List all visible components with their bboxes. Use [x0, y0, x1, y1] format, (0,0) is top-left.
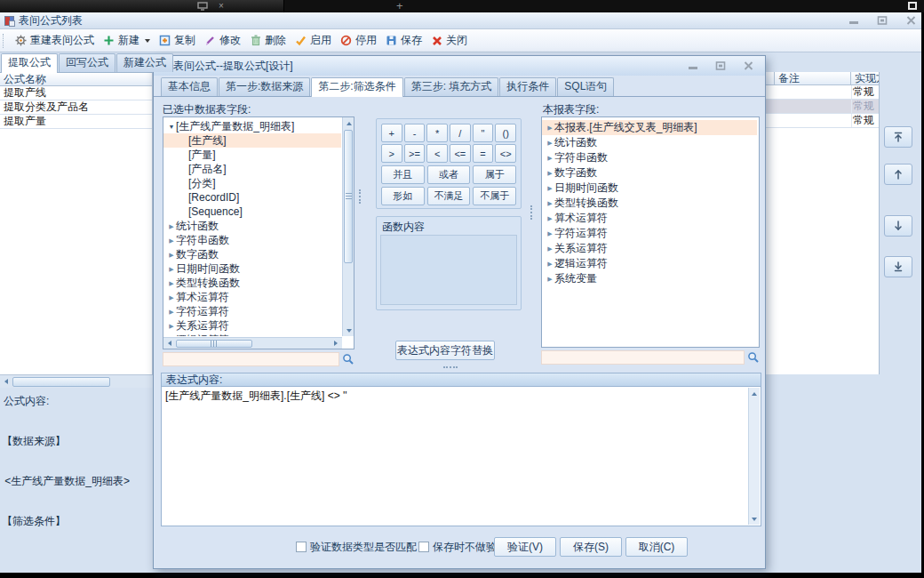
new-button[interactable]: 新建	[99, 31, 155, 50]
op-button[interactable]: <=	[450, 144, 471, 163]
tab-extract-formula[interactable]: 提取公式	[1, 53, 58, 73]
tab-close-icon[interactable]: ×	[219, 1, 224, 12]
dialog-close-button[interactable]	[742, 60, 754, 71]
dropdown-caret-icon[interactable]	[145, 39, 150, 43]
tree-item[interactable]: ▶系统变量	[542, 271, 757, 286]
tree-item[interactable]: ▶日期时间函数	[542, 181, 757, 196]
tree-item[interactable]: ▶日期时间函数	[163, 261, 341, 276]
tab-step3-fill-method[interactable]: 第三步: 填充方式	[404, 77, 499, 96]
maximize-button[interactable]	[876, 15, 888, 26]
modify-button[interactable]: 修改	[200, 31, 245, 50]
tree-item[interactable]: ▶字符运算符	[163, 304, 341, 318]
tree-item[interactable]: [产量]	[163, 148, 341, 162]
op-button[interactable]: "	[473, 124, 494, 142]
tab-sql-statement[interactable]: SQL语句	[557, 77, 614, 96]
tree-item[interactable]: ▶算术运算符	[163, 290, 341, 304]
rebuild-formula-button[interactable]: 重建表间公式	[11, 31, 99, 50]
tree-item[interactable]: ▶逻辑运算符	[163, 333, 341, 336]
op-button[interactable]: <>	[495, 144, 516, 163]
tree-item[interactable]: [产品名]	[163, 162, 341, 176]
op-button[interactable]: 并且	[381, 165, 425, 184]
op-button[interactable]: -	[404, 124, 426, 142]
search-icon[interactable]	[342, 353, 354, 365]
tree-item[interactable]: ▶类型转换函数	[163, 276, 341, 290]
scroll-left-icon[interactable]	[0, 376, 12, 388]
tree-item[interactable]: ▼[生产线产量数据_明细表]	[163, 119, 341, 133]
scroll-left-icon[interactable]	[163, 338, 176, 349]
column-header-remark[interactable]: 备注	[775, 72, 851, 84]
dialog-maximize-button[interactable]	[714, 60, 727, 71]
tree-item[interactable]: ▶类型转换函数	[542, 196, 757, 211]
move-top-button[interactable]	[884, 126, 912, 148]
expression-scrollbar[interactable]	[748, 388, 760, 525]
tab-basic-info[interactable]: 基本信息	[161, 77, 218, 96]
column-header-formula-name[interactable]: 公式名称	[0, 73, 152, 86]
tree-item[interactable]: ▶关系运算符	[542, 241, 757, 256]
close-button[interactable]	[904, 15, 917, 26]
tree-vertical-scrollbar[interactable]	[342, 117, 354, 336]
list-item[interactable]: 提取产线	[0, 86, 152, 100]
tree-item[interactable]: ▶数字函数	[542, 165, 757, 181]
scrollbar-thumb[interactable]	[12, 377, 110, 387]
tab-writeback-formula[interactable]: 回写公式	[59, 53, 116, 72]
tree-item[interactable]: ▶算术运算符	[542, 211, 757, 226]
move-up-button[interactable]	[884, 164, 912, 185]
tree-item[interactable]: ▶统计函数	[163, 219, 341, 233]
tree-item[interactable]: ▶统计函数	[542, 135, 757, 150]
save-button[interactable]: 保存	[381, 31, 426, 50]
move-bottom-button[interactable]	[884, 256, 912, 277]
minimize-button[interactable]	[848, 15, 860, 26]
column-header-impl[interactable]: 实现方	[851, 72, 879, 84]
search-icon[interactable]	[747, 351, 760, 364]
tree-item[interactable]: ▶字符串函数	[542, 150, 757, 165]
tree-item[interactable]: [RecordID]	[163, 190, 341, 205]
close-window-button[interactable]: 关闭	[426, 31, 472, 50]
vertical-splitter[interactable]	[359, 189, 361, 204]
scrollbar-thumb[interactable]	[176, 340, 252, 348]
scroll-right-icon[interactable]	[330, 338, 342, 349]
enable-button[interactable]: 启用	[291, 31, 336, 50]
vertical-splitter[interactable]	[530, 205, 532, 220]
scroll-down-icon[interactable]	[749, 513, 760, 525]
op-button[interactable]: >=	[404, 144, 426, 163]
op-button[interactable]: >	[381, 144, 402, 163]
scroll-down-icon[interactable]	[343, 325, 354, 336]
expression-replace-button[interactable]: 表达式内容字符替换	[395, 341, 495, 360]
table-row[interactable]: 常规	[766, 85, 879, 100]
tab-step1-data-source[interactable]: 第一步:数据来源	[219, 77, 310, 96]
move-down-button[interactable]	[884, 215, 912, 237]
op-button[interactable]: +	[381, 124, 402, 142]
copy-button[interactable]: 复制	[155, 31, 200, 50]
op-button[interactable]: 属于	[473, 165, 516, 184]
list-item[interactable]: 提取产量	[0, 115, 152, 129]
table-row[interactable]: 常规	[766, 114, 879, 128]
right-tree-search-input[interactable]	[541, 350, 745, 365]
tree-item[interactable]: [Sequence]	[163, 205, 341, 219]
dialog-minimize-button[interactable]	[687, 60, 699, 71]
tree-item-selected[interactable]: [生产线]	[163, 133, 341, 148]
horizontal-splitter[interactable]	[443, 366, 458, 368]
cancel-button[interactable]: 取消(C)	[625, 537, 688, 557]
tree-item[interactable]: ▶字符串函数	[163, 233, 341, 247]
grid-horizontal-scrollbar[interactable]	[0, 374, 153, 388]
op-button[interactable]: 形如	[381, 187, 425, 205]
left-tree-search-input[interactable]	[163, 352, 339, 366]
tab-exec-condition[interactable]: 执行条件	[499, 77, 556, 96]
tree-horizontal-scrollbar[interactable]	[163, 337, 342, 349]
scrollbar-thumb[interactable]	[344, 130, 353, 263]
tab-new-formula[interactable]: 新建公式	[116, 53, 173, 72]
op-button[interactable]: 或者	[427, 165, 471, 184]
list-item[interactable]: 提取分类及产品名	[0, 100, 152, 115]
table-row-selected[interactable]: 常规	[766, 100, 879, 114]
scroll-up-icon[interactable]	[343, 117, 354, 129]
save-dialog-button[interactable]: 保存(S)	[560, 537, 622, 557]
disable-button[interactable]: 停用	[336, 31, 381, 50]
delete-button[interactable]: 删除	[245, 31, 291, 50]
tree-item[interactable]: ▶逻辑运算符	[542, 256, 757, 271]
tree-item[interactable]: [分类]	[163, 176, 341, 190]
tree-item[interactable]: ▶数字函数	[163, 247, 341, 261]
checkbox-icon[interactable]	[418, 542, 429, 552]
tree-item[interactable]: ▶关系运算符	[163, 318, 341, 333]
tab-step2-filter-condition[interactable]: 第二步:筛选条件	[311, 77, 402, 97]
checkbox-icon[interactable]	[296, 542, 307, 552]
